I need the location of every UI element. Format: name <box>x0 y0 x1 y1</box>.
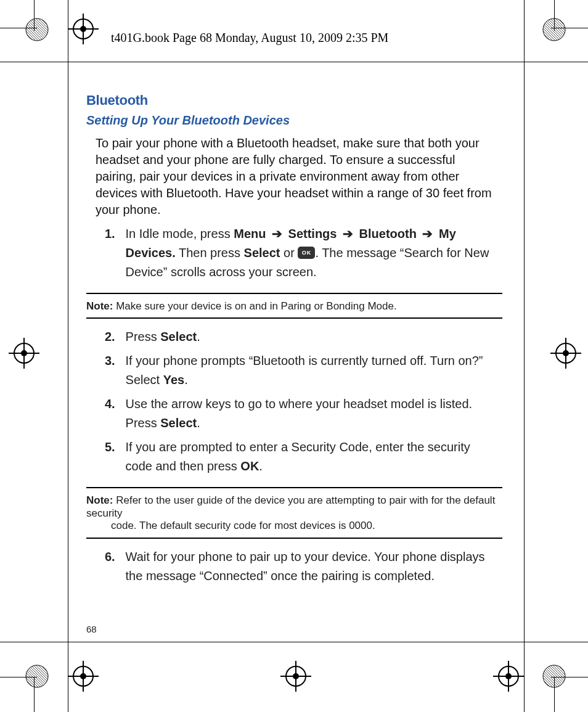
crosshair-mark-icon <box>68 14 99 44</box>
page-number: 68 <box>86 624 97 634</box>
menu-label: Menu <box>234 227 266 240</box>
text: . <box>184 373 188 387</box>
text: . <box>259 459 263 473</box>
step-1: 1. In Idle mode, press Menu ➔ Settings ➔… <box>105 224 496 282</box>
note-body: Make sure your device is on and in Parin… <box>113 300 396 312</box>
text: Press <box>126 330 161 343</box>
registration-mark-icon <box>542 665 566 688</box>
heading-subtitle: Setting Up Your Bluetooth Devices <box>86 113 502 128</box>
note-label: Note: <box>86 494 113 506</box>
text: . <box>197 330 200 343</box>
step-6: 6. Wait for your phone to pair up to you… <box>105 547 496 586</box>
step-body: If you are prompted to enter a Security … <box>126 438 496 476</box>
svg-point-0 <box>26 18 48 41</box>
arrow-icon: ➔ <box>422 227 433 240</box>
arrow-icon: ➔ <box>272 227 282 240</box>
step-number: 1. <box>105 224 122 243</box>
header-text: t401G.book Page 68 Monday, August 10, 20… <box>111 31 388 45</box>
registration-mark-icon <box>25 18 49 41</box>
text: In Idle mode, press <box>126 227 234 240</box>
registration-mark-icon <box>25 665 49 688</box>
step-4: 4. Use the arrow keys to go to where you… <box>105 395 496 433</box>
text: Wait for your phone to pair up to your d… <box>126 550 485 583</box>
text: Select <box>126 373 163 387</box>
crop-line <box>68 0 68 712</box>
svg-point-2 <box>26 665 48 687</box>
select-label: Select <box>160 330 197 343</box>
select-label: Select <box>244 246 280 260</box>
svg-point-1 <box>543 18 565 41</box>
text: . <box>197 416 200 430</box>
text: Then press <box>176 246 244 260</box>
crosshair-mark-icon <box>550 338 581 369</box>
select-label: Select <box>160 416 197 430</box>
yes-label: Yes <box>163 373 184 387</box>
crosshair-mark-icon <box>493 661 524 692</box>
text: If your phone prompts “Bluetooth is curr… <box>126 354 483 367</box>
step-2: 2. Press Select. <box>105 327 496 346</box>
note-label: Note: <box>86 300 113 312</box>
step-number: 4. <box>105 395 122 414</box>
crop-line <box>0 62 588 62</box>
step-3: 3. If your phone prompts “Bluetooth is c… <box>105 351 496 390</box>
intro-paragraph: To pair your phone with a Bluetooth head… <box>96 135 493 218</box>
heading-bluetooth: Bluetooth <box>86 92 502 108</box>
crosshair-mark-icon <box>68 661 99 692</box>
crosshair-mark-icon <box>9 338 39 369</box>
arrow-icon: ➔ <box>343 227 353 240</box>
bluetooth-label: Bluetooth <box>359 227 417 240</box>
ok-label: OK <box>240 459 259 473</box>
ok-button-icon: OK <box>298 247 315 259</box>
note-1: Note: Make sure your device is on and in… <box>86 293 502 319</box>
crosshair-mark-icon <box>280 661 311 692</box>
step-body: Press Select. <box>126 327 496 346</box>
note-body: Refer to the user guide of the device yo… <box>86 494 495 518</box>
text: or <box>280 246 298 260</box>
registration-mark-icon <box>542 18 566 41</box>
note-body-line2: code. The default security code for most… <box>111 520 502 532</box>
step-body: Use the arrow keys to go to where your h… <box>126 395 496 433</box>
step-number: 6. <box>105 547 122 567</box>
crop-line <box>0 642 588 642</box>
content-area: Bluetooth Setting Up Your Bluetooth Devi… <box>86 92 502 591</box>
note-2: Note: Refer to the user guide of the dev… <box>86 487 502 538</box>
crop-line <box>524 0 525 712</box>
svg-point-3 <box>543 665 565 687</box>
step-5: 5. If you are prompted to enter a Securi… <box>105 438 496 476</box>
step-number: 3. <box>105 351 122 370</box>
text: If you are prompted to enter a Security … <box>126 440 470 473</box>
step-body: Wait for your phone to pair up to your d… <box>126 547 496 586</box>
step-body: In Idle mode, press Menu ➔ Settings ➔ Bl… <box>126 224 496 282</box>
step-number: 2. <box>105 327 122 346</box>
settings-label: Settings <box>288 227 337 240</box>
step-body: If your phone prompts “Bluetooth is curr… <box>126 351 496 390</box>
step-number: 5. <box>105 438 122 457</box>
